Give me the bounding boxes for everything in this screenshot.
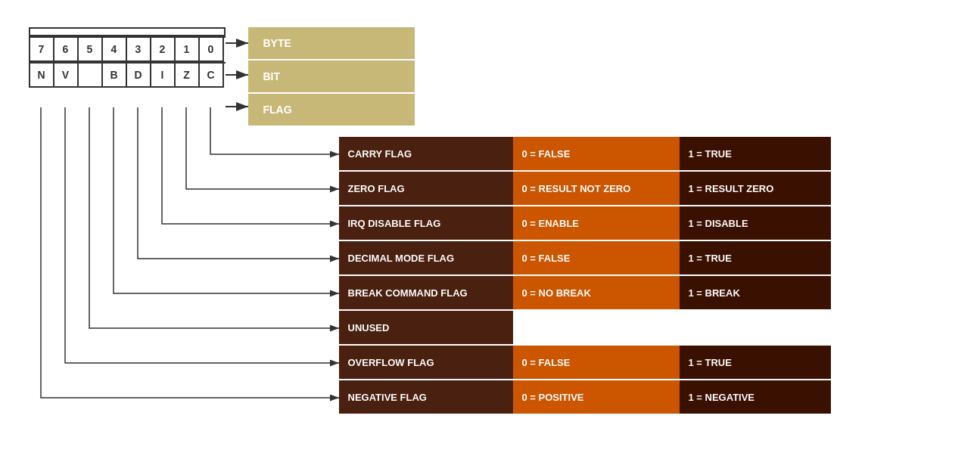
flag-row: OVERFLOW FLAG0 = FALSE1 = TRUE: [339, 346, 831, 379]
flag-row: BREAK COMMAND FLAG0 = NO BREAK1 = BREAK: [339, 276, 831, 309]
bit-cell: 1: [176, 38, 200, 62]
flag-row: DECIMAL MODE FLAG0 = FALSE1 = TRUE: [339, 241, 831, 274]
bit-cell: 0: [200, 38, 224, 62]
register-section: 76543210 NVBDIZC: [29, 27, 226, 88]
bit-cell: 3: [127, 38, 151, 62]
bits-row: 76543210: [29, 36, 226, 62]
label-box: BYTE: [248, 27, 415, 59]
flag-zero-cell: 0 = FALSE: [513, 241, 680, 274]
flag-one-cell: 1 = NEGATIVE: [680, 380, 831, 414]
flag-cell: D: [127, 64, 151, 88]
flag-row: IRQ DISABLE FLAG0 = ENABLE1 = DISABLE: [339, 206, 831, 240]
flag-one-cell: 1 = TRUE: [680, 137, 831, 170]
label-box: BIT: [248, 60, 415, 92]
flag-name-cell: NEGATIVE FLAG: [339, 380, 513, 414]
flag-one-cell: 1 = DISABLE: [680, 206, 831, 240]
flag-row: NEGATIVE FLAG0 = POSITIVE1 = NEGATIVE: [339, 380, 831, 414]
flag-zero-cell: 0 = ENABLE: [513, 206, 680, 240]
flag-row: CARRY FLAG0 = FALSE1 = TRUE: [339, 137, 831, 170]
flags-section: CARRY FLAG0 = FALSE1 = TRUEZERO FLAG0 = …: [339, 137, 831, 415]
bit-cell: 6: [54, 38, 79, 62]
flag-zero-cell: 0 = NO BREAK: [513, 276, 680, 309]
flag-row: ZERO FLAG0 = RESULT NOT ZERO1 = RESULT Z…: [339, 172, 831, 205]
flag-cell: I: [151, 64, 176, 88]
label-box: FLAG: [248, 94, 415, 126]
flag-cell: V: [54, 64, 79, 88]
flag-cell: C: [200, 64, 224, 88]
flag-name-cell: ZERO FLAG: [339, 172, 513, 205]
bit-cell: 7: [30, 38, 54, 62]
register-title: [29, 27, 226, 36]
labels-section: BYTEBITFLAG: [248, 27, 415, 127]
bit-cell: 5: [79, 38, 103, 62]
flag-one-cell: 1 = TRUE: [680, 241, 831, 274]
flag-one-cell: 1 = BREAK: [680, 276, 831, 309]
flag-zero-cell: [513, 311, 680, 344]
flag-name-cell: OVERFLOW FLAG: [339, 346, 513, 379]
flag-zero-cell: 0 = FALSE: [513, 137, 680, 170]
flag-zero-cell: 0 = RESULT NOT ZERO: [513, 172, 680, 205]
flag-one-cell: [680, 311, 831, 344]
bit-cell: 2: [151, 38, 176, 62]
flag-cell: [79, 64, 103, 88]
flag-name-cell: UNUSED: [339, 311, 513, 344]
flag-name-cell: DECIMAL MODE FLAG: [339, 241, 513, 274]
main-container: 76543210 NVBDIZC BYTEBITFLAG CARRY FLAG0…: [14, 12, 967, 447]
flag-name-cell: CARRY FLAG: [339, 137, 513, 170]
bit-cell: 4: [103, 38, 127, 62]
flag-name-cell: BREAK COMMAND FLAG: [339, 276, 513, 309]
flag-one-cell: 1 = RESULT ZERO: [680, 172, 831, 205]
flag-zero-cell: 0 = FALSE: [513, 346, 680, 379]
flag-cell: Z: [176, 64, 200, 88]
flag-one-cell: 1 = TRUE: [680, 346, 831, 379]
flag-row: UNUSED: [339, 311, 831, 344]
flag-cell: B: [103, 64, 127, 88]
flag-cell: N: [30, 64, 54, 88]
flags-row: NVBDIZC: [29, 62, 226, 88]
flag-name-cell: IRQ DISABLE FLAG: [339, 206, 513, 240]
flag-zero-cell: 0 = POSITIVE: [513, 380, 680, 414]
